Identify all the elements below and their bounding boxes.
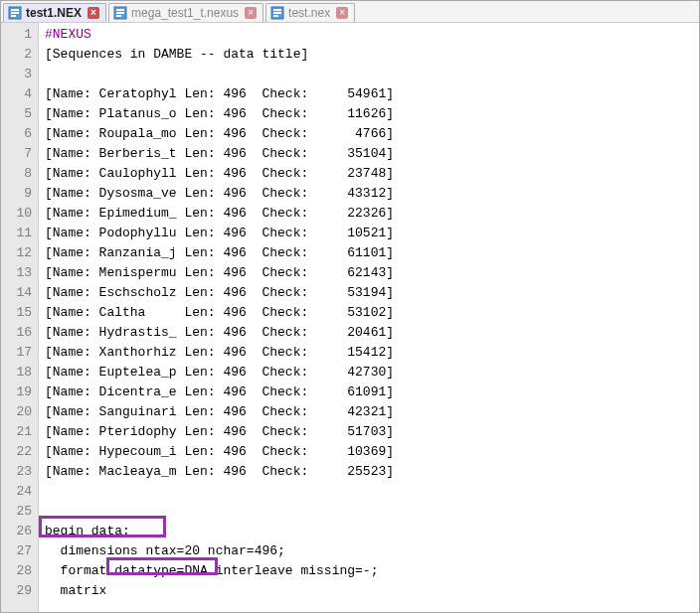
svg-rect-10 — [273, 12, 281, 14]
tab-mega-test1[interactable]: mega_test1_t.nexus × — [108, 3, 263, 22]
close-icon[interactable]: × — [245, 7, 257, 19]
tab-label: test.nex — [288, 6, 330, 20]
svg-rect-5 — [116, 9, 124, 11]
svg-rect-2 — [11, 12, 19, 14]
tab-test-nex[interactable]: test.nex × — [265, 3, 355, 22]
editor: 1234567891011121314151617181920212223242… — [1, 23, 699, 612]
file-icon — [8, 6, 22, 20]
svg-rect-6 — [116, 12, 124, 14]
svg-rect-1 — [11, 9, 19, 11]
tab-bar: test1.NEX × mega_test1_t.nexus × test.ne… — [1, 1, 699, 23]
close-icon[interactable]: × — [336, 7, 348, 19]
svg-rect-9 — [273, 9, 281, 11]
close-icon[interactable]: × — [88, 7, 99, 19]
file-icon — [270, 6, 284, 20]
svg-rect-11 — [273, 15, 278, 17]
file-icon — [113, 6, 127, 20]
code-area[interactable]: #NEXUS [Sequences in DAMBE -- data title… — [39, 23, 699, 612]
highlight-datatype — [106, 557, 218, 575]
tab-label: mega_test1_t.nexus — [131, 6, 239, 20]
highlight-begin-data — [39, 516, 166, 537]
line-number-gutter: 1234567891011121314151617181920212223242… — [1, 23, 39, 612]
tab-test1-nex[interactable]: test1.NEX × — [3, 3, 106, 22]
svg-rect-7 — [116, 15, 121, 17]
svg-rect-3 — [11, 15, 16, 17]
tab-label: test1.NEX — [26, 6, 82, 20]
